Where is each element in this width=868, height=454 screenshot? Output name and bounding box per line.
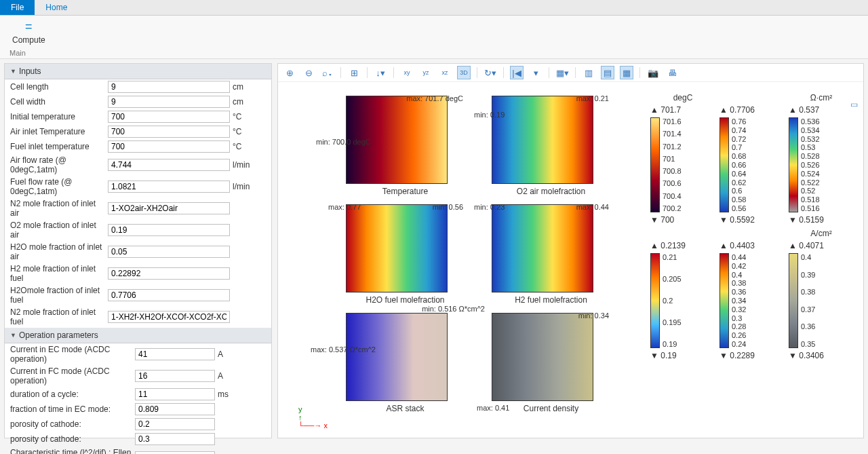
colorbar: A/cm²▲ 0.40710.40.390.380.370.360.35▼ 0.… bbox=[789, 229, 854, 360]
field-input[interactable] bbox=[108, 111, 230, 123]
inputs-section-header[interactable]: ▼ Inputs bbox=[5, 64, 271, 79]
field-input[interactable] bbox=[135, 433, 215, 445]
compute-button[interactable]: = Compute bbox=[7, 20, 51, 45]
field-label: H2Omole fraction of inlet fuel bbox=[10, 286, 105, 305]
form-row: porosity of cathode: bbox=[5, 432, 271, 447]
form-row: Current in FC mode (ACDC operation)A bbox=[5, 365, 271, 387]
temp-title: Temperature bbox=[346, 187, 465, 196]
field-input[interactable] bbox=[108, 96, 230, 108]
zoom-in-icon[interactable]: ⊕ bbox=[283, 67, 296, 79]
separator bbox=[575, 67, 576, 78]
form-row: Initial temperature°C bbox=[5, 109, 271, 124]
colorbar-max: ▲ 701.7 bbox=[650, 105, 715, 115]
field-input[interactable] bbox=[135, 403, 215, 415]
toggle-2-icon[interactable]: ▤ bbox=[601, 67, 614, 79]
log-xy-icon[interactable]: xz bbox=[439, 67, 451, 79]
colorbar-gradient bbox=[789, 117, 798, 212]
field-input[interactable] bbox=[108, 81, 230, 93]
colorbar-min: ▼ 0.2289 bbox=[719, 351, 785, 360]
field-input[interactable] bbox=[108, 224, 230, 236]
plots-grid: max: 701.7 degC min: 700.0 degC Temperat… bbox=[346, 96, 610, 421]
toggle-1-icon[interactable]: ▥ bbox=[583, 67, 595, 79]
ribbon: = Compute Main bbox=[0, 16, 868, 59]
main-content: ▼ Inputs Cell lengthcmCell widthcmInitia… bbox=[0, 59, 868, 442]
log-y-icon[interactable]: yz bbox=[420, 67, 432, 79]
field-input[interactable] bbox=[135, 348, 215, 360]
play-first-icon[interactable]: |◀ bbox=[511, 67, 523, 79]
print-icon[interactable]: 🖶 bbox=[666, 67, 678, 79]
op-title: Operation parameters bbox=[19, 330, 98, 340]
field-input[interactable] bbox=[108, 289, 230, 301]
curr-min: min: 0.34 bbox=[578, 311, 609, 320]
form-row: Cell lengthcm bbox=[5, 79, 271, 94]
field-unit: A bbox=[218, 349, 245, 359]
graphics-toolbar: ⊕ ⊖ ⌕▾ ⊞ ↓▾ xy yz xz 3D ↻▾ |◀ ▾ ▦▾ ▥ ▤ ▦… bbox=[278, 64, 863, 82]
field-label: Cell length bbox=[10, 82, 105, 92]
zoom-box-icon[interactable]: ⌕▾ bbox=[321, 67, 334, 79]
log-x-icon[interactable]: xy bbox=[401, 67, 413, 79]
asr-surface bbox=[346, 313, 448, 401]
field-input[interactable] bbox=[108, 311, 230, 323]
axis-triad: y↑ └──→ x bbox=[298, 405, 328, 430]
plot-o2: max: 0.21 min: 0.19 O2 air molefraction bbox=[492, 96, 610, 204]
op-form: Current in EC mode (ACDC operation)ACurr… bbox=[5, 343, 271, 454]
reset-icon[interactable]: ↻▾ bbox=[484, 67, 496, 79]
view-xy-icon[interactable]: ↓▾ bbox=[374, 67, 387, 79]
field-label: porosity of cathode: bbox=[10, 419, 132, 429]
field-label: Air inlet Temperature bbox=[10, 127, 105, 136]
field-input[interactable] bbox=[108, 126, 230, 138]
form-row: Fuel flow rate (@ 0degC,1atm)l/min bbox=[5, 176, 271, 197]
form-row: H2 mole fraction of inlet fuel bbox=[5, 263, 271, 284]
separator bbox=[393, 67, 394, 78]
field-unit: °C bbox=[233, 127, 260, 136]
field-input[interactable] bbox=[108, 246, 230, 258]
field-label: Characteristic time (l^2/dif) : Ellen et… bbox=[10, 448, 132, 454]
field-input[interactable] bbox=[108, 181, 230, 193]
colorbar-unit: Ω·cm² bbox=[789, 93, 854, 102]
colorbar: Ω·cm²▲ 0.5370.5360.5340.5320.530.5280.52… bbox=[789, 93, 854, 225]
field-label: Fuel flow rate (@ 0degC,1atm) bbox=[10, 177, 105, 196]
print-layout-icon[interactable]: ▦▾ bbox=[556, 67, 568, 79]
colorbar-body: 0.210.2050.20.1950.19 bbox=[650, 253, 715, 348]
colorbar-min: ▼ 700 bbox=[650, 215, 715, 225]
field-input[interactable] bbox=[108, 140, 230, 153]
zoom-extents-icon[interactable]: ⊞ bbox=[348, 67, 360, 79]
h2of-max: max: 0.77 bbox=[328, 203, 361, 211]
op-section-header[interactable]: ▼ Operation parameters bbox=[5, 328, 271, 343]
toggle-3-icon[interactable]: ▦ bbox=[620, 67, 633, 79]
camera-icon[interactable]: 📷 bbox=[647, 67, 659, 79]
field-input[interactable] bbox=[108, 202, 230, 214]
field-label: Current in EC mode (ACDC operation) bbox=[10, 345, 132, 364]
field-unit: ms bbox=[218, 390, 245, 399]
separator bbox=[367, 67, 368, 78]
field-input[interactable] bbox=[135, 418, 215, 430]
plot-area[interactable]: ▭ max: 701.7 degC min: 700.0 degC Temper… bbox=[278, 82, 863, 438]
field-label: N2 mole fraction of inlet fuel bbox=[10, 307, 105, 326]
compute-icon: = bbox=[12, 20, 45, 34]
tab-home[interactable]: Home bbox=[35, 0, 78, 15]
caret-down-icon: ▼ bbox=[10, 332, 16, 339]
colorbar-min: ▼ 0.19 bbox=[650, 351, 715, 360]
3d-view-icon[interactable]: 3D bbox=[458, 67, 470, 79]
tab-file[interactable]: File bbox=[0, 0, 35, 15]
field-label: O2 mole fraction of inlet air bbox=[10, 221, 105, 240]
play-dropdown-icon[interactable]: ▾ bbox=[530, 67, 542, 79]
field-unit: l/min bbox=[233, 182, 260, 191]
h2of-surface bbox=[346, 204, 448, 292]
form-row: Fuel inlet temperature°C bbox=[5, 139, 271, 154]
field-input[interactable] bbox=[108, 159, 230, 171]
field-input[interactable] bbox=[108, 267, 230, 280]
field-input[interactable] bbox=[135, 388, 215, 400]
colorbar-ticks: 0.210.2050.20.1950.19 bbox=[660, 253, 715, 348]
temp-max: max: 701.7 degC bbox=[406, 94, 463, 102]
zoom-out-icon[interactable]: ⊖ bbox=[302, 67, 315, 79]
separator bbox=[477, 67, 477, 78]
asr-max: max: 0.537 Ω*cm^2 bbox=[311, 345, 376, 354]
form-row: Cell widthcm bbox=[5, 94, 271, 109]
h2of-title: H2O fuel molefraction bbox=[346, 295, 465, 305]
form-row: Air flow rate (@ 0degC,1atm)l/min bbox=[5, 154, 271, 176]
separator bbox=[340, 67, 341, 78]
field-input[interactable] bbox=[135, 370, 215, 382]
field-input[interactable] bbox=[135, 451, 215, 454]
colorbar-gradient bbox=[789, 253, 798, 348]
